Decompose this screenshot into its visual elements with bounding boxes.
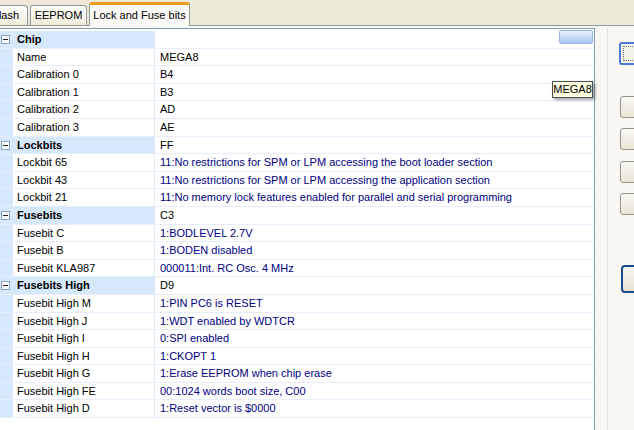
row-margin <box>0 31 13 48</box>
property-value <box>155 31 593 48</box>
collapse-icon[interactable] <box>1 281 10 290</box>
property-label: Lockbit 43 <box>13 172 155 189</box>
row-margin <box>0 313 13 330</box>
property-row[interactable]: Fusebit C1:BODLEVEL 2.7V <box>0 225 593 243</box>
row-margin <box>0 66 13 83</box>
row-margin <box>0 172 13 189</box>
property-label: Fusebits <box>13 207 155 224</box>
tab-lock-and-fuse-bits[interactable]: Lock and Fuse bits <box>89 2 190 26</box>
fuse-property-grid: ChipNameMEGA8Calibration 0B4Calibration … <box>0 28 595 430</box>
property-label: Lockbit 21 <box>13 189 155 206</box>
tab-flash-label: lash <box>0 9 19 21</box>
property-value: 1:BODLEVEL 2.7V <box>155 225 593 242</box>
row-margin <box>0 260 13 277</box>
row-margin <box>0 277 13 294</box>
property-label: Fusebit C <box>13 225 155 242</box>
collapse-icon[interactable] <box>1 211 10 220</box>
property-row[interactable]: Fusebit High H1:CKOPT 1 <box>0 348 593 366</box>
collapse-icon[interactable] <box>1 141 10 150</box>
group-row[interactable]: FusebitsC3 <box>0 207 593 225</box>
side-button-3[interactable] <box>620 128 634 150</box>
row-margin <box>0 400 13 417</box>
property-row[interactable]: Calibration 2AD <box>0 101 593 119</box>
property-value: MEGA8 <box>155 49 593 66</box>
row-margin <box>0 119 13 136</box>
group-row[interactable]: Fusebits HighD9 <box>0 277 593 295</box>
property-label: Fusebit KLA987 <box>13 260 155 277</box>
property-label: Fusebit High I <box>13 330 155 347</box>
property-row[interactable]: Fusebit High M1:PIN PC6 is RESET <box>0 295 593 313</box>
property-value: 1:CKOPT 1 <box>155 348 593 365</box>
property-label: Fusebit High G <box>13 365 155 382</box>
tab-flash[interactable]: lash <box>0 5 28 25</box>
property-value: 1:BODEN disabled <box>155 242 593 259</box>
property-value: B4 <box>155 66 593 83</box>
property-row[interactable]: Lockbit 2111:No memory lock features ena… <box>0 189 593 207</box>
side-button-2[interactable] <box>620 96 634 118</box>
property-value: 0:SPI enabled <box>155 330 593 347</box>
side-button-5[interactable] <box>620 193 634 215</box>
property-row[interactable]: Fusebit KLA987000011:Int. RC Osc. 4 MHz <box>0 260 593 278</box>
property-row[interactable]: Fusebit High FE00:1024 words boot size, … <box>0 383 593 401</box>
property-label: Name <box>13 49 155 66</box>
property-row[interactable]: Fusebit High D1:Reset vector is $0000 <box>0 400 593 418</box>
group-row[interactable]: LockbitsFF <box>0 137 593 155</box>
property-value: FF <box>155 137 593 154</box>
row-margin <box>0 242 13 259</box>
property-label: Fusebit B <box>13 242 155 259</box>
row-margin <box>0 84 13 101</box>
side-button-4[interactable] <box>620 161 634 183</box>
grid-rows: ChipNameMEGA8Calibration 0B4Calibration … <box>0 31 593 418</box>
property-value: D9 <box>155 277 593 294</box>
row-margin <box>0 49 13 66</box>
scrollbar-up-button[interactable] <box>559 30 593 44</box>
tab-eeprom[interactable]: EEPROM <box>30 5 87 25</box>
property-label: Calibration 0 <box>13 66 155 83</box>
property-row[interactable]: Fusebit High J1:WDT enabled by WDTCR <box>0 313 593 331</box>
property-label: Lockbit 65 <box>13 154 155 171</box>
property-label: Calibration 1 <box>13 84 155 101</box>
property-label: Fusebits High <box>13 277 155 294</box>
property-row[interactable]: Fusebit High I0:SPI enabled <box>0 330 593 348</box>
minus-glyph <box>3 285 8 286</box>
property-label: Lockbits <box>13 137 155 154</box>
row-margin <box>0 383 13 400</box>
row-margin <box>0 207 13 224</box>
property-value: 11:No restrictions for SPM or LPM access… <box>155 154 593 171</box>
property-label: Chip <box>13 31 155 48</box>
property-value: 000011:Int. RC Osc. 4 MHz <box>155 260 593 277</box>
collapse-icon[interactable] <box>1 35 10 44</box>
side-button-default[interactable] <box>621 265 634 293</box>
minus-glyph <box>3 215 8 216</box>
property-value: 11:No restrictions for SPM or LPM access… <box>155 172 593 189</box>
minus-glyph <box>3 39 8 40</box>
side-button-1[interactable] <box>619 42 634 65</box>
tab-page: ChipNameMEGA8Calibration 0B4Calibration … <box>0 26 634 430</box>
property-label: Fusebit High M <box>13 295 155 312</box>
property-row[interactable]: Calibration 3AE <box>0 119 593 137</box>
row-margin <box>0 330 13 347</box>
property-value: AD <box>155 101 593 118</box>
property-row[interactable]: Calibration 1B3 <box>0 84 593 102</box>
property-label: Calibration 2 <box>13 101 155 118</box>
property-row[interactable]: NameMEGA8 <box>0 49 593 67</box>
property-row[interactable]: Calibration 0B4 <box>0 66 593 84</box>
property-row[interactable]: Fusebit High G1:Erase EEPROM when chip e… <box>0 365 593 383</box>
property-label: Calibration 3 <box>13 119 155 136</box>
tab-lock-and-fuse-bits-label: Lock and Fuse bits <box>93 9 185 21</box>
property-row[interactable]: Lockbit 4311:No restrictions for SPM or … <box>0 172 593 190</box>
tab-eeprom-label: EEPROM <box>35 9 83 21</box>
row-margin <box>0 295 13 312</box>
property-value: AE <box>155 119 593 136</box>
group-row[interactable]: Chip <box>0 31 593 49</box>
property-row[interactable]: Lockbit 6511:No restrictions for SPM or … <box>0 154 593 172</box>
row-margin <box>0 225 13 242</box>
panel-divider <box>607 28 608 430</box>
chip-tooltip: MEGA8 <box>552 81 593 98</box>
property-row[interactable]: Fusebit B1:BODEN disabled <box>0 242 593 260</box>
row-margin <box>0 365 13 382</box>
row-margin <box>0 101 13 118</box>
property-label: Fusebit High J <box>13 313 155 330</box>
row-margin <box>0 348 13 365</box>
tab-bar: lash EEPROM Lock and Fuse bits <box>0 0 634 26</box>
